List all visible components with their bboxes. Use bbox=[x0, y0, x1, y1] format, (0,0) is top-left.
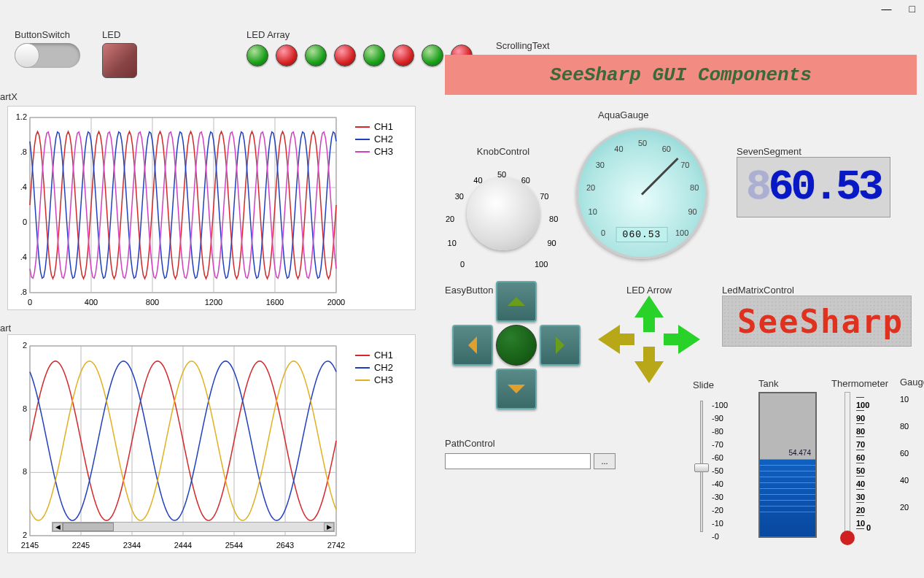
scroll-thumb[interactable] bbox=[63, 523, 114, 531]
svg-text:2: 2 bbox=[23, 531, 27, 539]
svg-text:.8: .8 bbox=[20, 288, 27, 296]
button-switch[interactable] bbox=[15, 43, 80, 68]
slide-label: Slide bbox=[693, 379, 729, 390]
svg-text:.8: .8 bbox=[20, 147, 27, 156]
led-indicator bbox=[102, 43, 137, 78]
ledmatrix-label: LedMatrixControl bbox=[722, 285, 912, 296]
arrow-up-icon bbox=[508, 297, 525, 306]
arrow-down-icon bbox=[634, 347, 664, 383]
svg-text:.4: .4 bbox=[20, 182, 27, 191]
arrow-left-icon bbox=[468, 336, 477, 354]
thermometer-label: Thermometer bbox=[831, 378, 888, 389]
gauge-needle bbox=[641, 158, 679, 196]
led-label: LED bbox=[102, 29, 137, 40]
window-controls: — □ bbox=[873, 0, 924, 18]
svg-text:1200: 1200 bbox=[205, 298, 222, 307]
svg-text:8: 8 bbox=[23, 404, 27, 413]
thermometer: — 100— 90— 80— 70— 60— 50— 40— 30— 20— 1… bbox=[831, 392, 875, 545]
tank-value: 54.474 bbox=[788, 449, 811, 457]
led-red bbox=[334, 45, 356, 66]
ledarray-label: LED Array bbox=[246, 29, 473, 40]
chart: 21452245234424442544264327422882 CH1 CH2… bbox=[7, 334, 416, 553]
knob-label: KnobControl bbox=[438, 146, 569, 157]
knob-control[interactable] bbox=[467, 177, 540, 250]
scrolling-text: SeeSharp GUI Components bbox=[550, 64, 812, 86]
chart-hscrollbar[interactable]: ◀ ▶ bbox=[52, 522, 335, 532]
svg-text:2: 2 bbox=[23, 341, 27, 350]
easy-up-button[interactable] bbox=[496, 281, 537, 322]
minimize-button[interactable]: — bbox=[882, 3, 892, 15]
easy-down-button[interactable] bbox=[496, 369, 537, 409]
chart-legend: CH1 CH2 CH3 bbox=[355, 350, 393, 387]
tank-indicator: 54.474 bbox=[758, 392, 817, 538]
led-green bbox=[422, 45, 443, 66]
svg-text:400: 400 bbox=[85, 298, 98, 307]
svg-text:8: 8 bbox=[23, 467, 27, 476]
path-input[interactable] bbox=[445, 453, 591, 469]
pathcontrol-label: PathControl bbox=[445, 438, 616, 449]
easy-center-button[interactable] bbox=[496, 325, 537, 366]
easy-right-button[interactable] bbox=[540, 325, 581, 366]
ledarrow-label: LED Arrow bbox=[598, 285, 700, 296]
sevensegment-label: SevenSegment bbox=[737, 146, 890, 157]
led-red bbox=[276, 45, 298, 66]
svg-text:0: 0 bbox=[28, 298, 32, 307]
slide-thumb[interactable] bbox=[694, 463, 709, 472]
led-green bbox=[363, 45, 385, 66]
svg-text:2000: 2000 bbox=[327, 298, 345, 307]
arrow-up-icon bbox=[634, 296, 664, 332]
gauge-linear-label: Gauge bbox=[900, 377, 924, 388]
svg-text:.4: .4 bbox=[20, 253, 27, 261]
scroll-right-icon[interactable]: ▶ bbox=[324, 523, 334, 531]
scrolling-text-panel: SeeSharp GUI Components bbox=[445, 55, 917, 95]
scroll-left-icon[interactable]: ◀ bbox=[53, 523, 63, 531]
easy-left-button[interactable] bbox=[452, 325, 493, 366]
buttonswitch-label: ButtonSwitch bbox=[15, 29, 80, 40]
seven-segment-display: 860.53 bbox=[737, 157, 890, 217]
svg-text:800: 800 bbox=[146, 298, 159, 307]
led-red bbox=[392, 45, 414, 66]
chartx: 04008001200160020001.2.8.40.4.8 CH1 CH2 … bbox=[7, 106, 416, 310]
tank-label: Tank bbox=[758, 378, 817, 389]
led-matrix-display: SeeSharp bbox=[722, 296, 912, 347]
led-green bbox=[246, 45, 268, 66]
svg-text:2245: 2245 bbox=[72, 541, 90, 550]
aqua-gauge: 0102030405060708090100 060.53 bbox=[576, 128, 707, 259]
arrow-right-icon bbox=[664, 325, 700, 354]
path-browse-button[interactable]: ... bbox=[594, 453, 616, 469]
led-array bbox=[246, 45, 473, 66]
chartx-label: artX bbox=[0, 91, 18, 102]
svg-text:1.2: 1.2 bbox=[16, 112, 27, 121]
slide-control[interactable]: -100-90-80-70-60-50-40-30-20-10-0 bbox=[693, 393, 729, 539]
svg-text:2145: 2145 bbox=[21, 541, 39, 550]
svg-text:2544: 2544 bbox=[225, 541, 243, 550]
svg-text:2643: 2643 bbox=[276, 541, 294, 550]
led-arrow-pad bbox=[598, 296, 700, 383]
svg-text:0: 0 bbox=[23, 217, 27, 226]
svg-text:2444: 2444 bbox=[174, 541, 192, 550]
gauge-value: 060.53 bbox=[616, 227, 668, 242]
arrow-down-icon bbox=[508, 385, 525, 393]
chart-label: art bbox=[0, 323, 11, 334]
arrow-right-icon bbox=[556, 336, 564, 354]
arrow-left-icon bbox=[598, 325, 634, 354]
led-green bbox=[305, 45, 327, 66]
maximize-button[interactable]: □ bbox=[909, 3, 915, 15]
chartx-legend: CH1 CH2 CH3 bbox=[355, 121, 393, 158]
svg-text:2344: 2344 bbox=[123, 541, 141, 550]
scrollingtext-label: ScrollingText bbox=[496, 40, 550, 51]
svg-text:2742: 2742 bbox=[327, 541, 345, 550]
aquagauge-label: AquaGauge bbox=[598, 109, 715, 120]
svg-text:1600: 1600 bbox=[266, 298, 284, 307]
